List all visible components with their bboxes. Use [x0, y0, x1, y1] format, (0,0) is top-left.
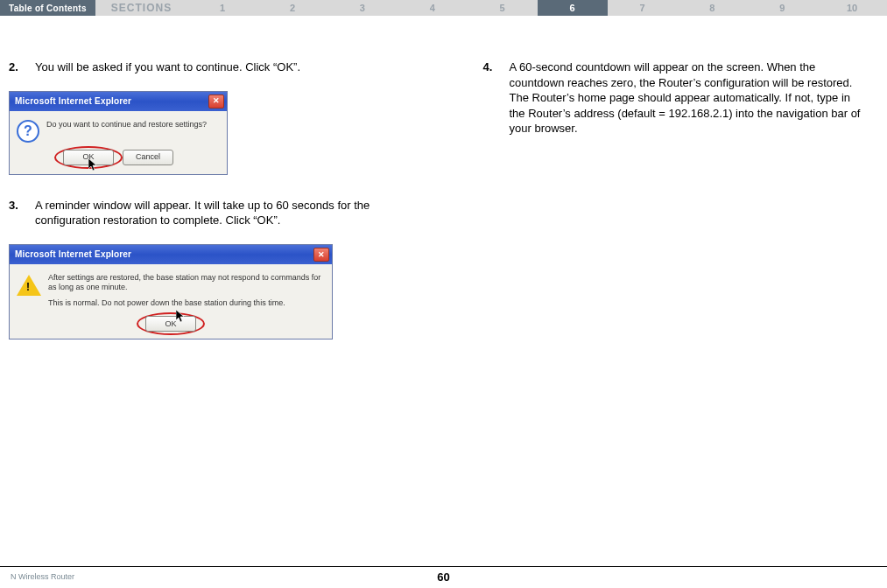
- left-column: 2. You will be asked if you want to cont…: [9, 60, 387, 362]
- ok-button[interactable]: OK: [145, 316, 196, 332]
- close-icon[interactable]: ✕: [208, 94, 224, 108]
- step-text: You will be asked if you want to continu…: [35, 60, 387, 75]
- dialog-line-2: This is normal. Do not power down the ba…: [48, 298, 325, 309]
- section-tab-2[interactable]: 2: [257, 0, 327, 16]
- dialog-title: Microsoft Internet Explorer: [15, 248, 131, 261]
- section-tab-9[interactable]: 9: [747, 0, 817, 16]
- step-4: 4. A 60-second countdown will appear on …: [483, 60, 862, 136]
- section-tab-6[interactable]: 6: [538, 0, 608, 16]
- warning-icon: [17, 275, 41, 296]
- top-nav-bar: Table of Contents SECTIONS 1 2 3 4 5 6 7…: [0, 0, 887, 16]
- dialog-body: After settings are restored, the base st…: [10, 264, 332, 314]
- section-tab-8[interactable]: 8: [677, 0, 747, 16]
- section-tab-3[interactable]: 3: [327, 0, 398, 16]
- sections-nav: 1 2 3 4 5 6 7 8 9 10: [187, 0, 887, 16]
- page-footer: N Wireless Router 60: [0, 566, 887, 581]
- ok-highlight-ring: OK: [145, 316, 196, 332]
- page-content: 2. You will be asked if you want to cont…: [0, 16, 887, 362]
- dialog-restore-reminder: Microsoft Internet Explorer ✕ After sett…: [9, 244, 333, 340]
- toc-link[interactable]: Table of Contents: [0, 0, 95, 16]
- step-2: 2. You will be asked if you want to cont…: [9, 60, 387, 75]
- sections-label: SECTIONS: [95, 0, 187, 16]
- dialog-body: ? Do you want to continue and restore se…: [10, 111, 227, 148]
- dialog-buttons: OK: [10, 314, 332, 339]
- dialog-titlebar: Microsoft Internet Explorer ✕: [10, 92, 227, 111]
- step-3: 3. A reminder window will appear. It wil…: [9, 198, 387, 228]
- step-number: 3.: [9, 198, 35, 214]
- section-tab-4[interactable]: 4: [398, 0, 468, 16]
- step-number: 2.: [9, 60, 35, 75]
- dialog-confirm-restore: Microsoft Internet Explorer ✕ ? Do you w…: [9, 91, 228, 175]
- question-icon: ?: [17, 120, 39, 143]
- close-icon[interactable]: ✕: [313, 248, 329, 262]
- dialog-title: Microsoft Internet Explorer: [15, 95, 131, 108]
- step-text: A reminder window will appear. It will t…: [35, 198, 387, 228]
- ok-highlight-ring: OK: [63, 150, 114, 165]
- cancel-button[interactable]: Cancel: [123, 150, 173, 165]
- dialog-buttons: OK Cancel: [10, 148, 227, 174]
- section-tab-1[interactable]: 1: [187, 0, 257, 16]
- dialog-message: After settings are restored, the base st…: [48, 273, 325, 309]
- page-number: 60: [437, 570, 449, 584]
- section-tab-10[interactable]: 10: [817, 0, 887, 16]
- dialog-titlebar: Microsoft Internet Explorer ✕: [10, 245, 332, 264]
- ok-button[interactable]: OK: [63, 150, 114, 165]
- ok-button-label: OK: [165, 318, 176, 329]
- right-column: 4. A 60-second countdown will appear on …: [483, 60, 862, 362]
- section-tab-5[interactable]: 5: [468, 0, 538, 16]
- step-number: 4.: [483, 60, 510, 75]
- section-tab-7[interactable]: 7: [608, 0, 678, 16]
- step-text: A 60-second countdown will appear on the…: [510, 60, 862, 136]
- dialog-line-1: After settings are restored, the base st…: [48, 273, 325, 293]
- product-name: N Wireless Router: [11, 572, 74, 581]
- ok-button-label: OK: [82, 151, 94, 162]
- dialog-message: Do you want to continue and restore sett…: [46, 120, 207, 130]
